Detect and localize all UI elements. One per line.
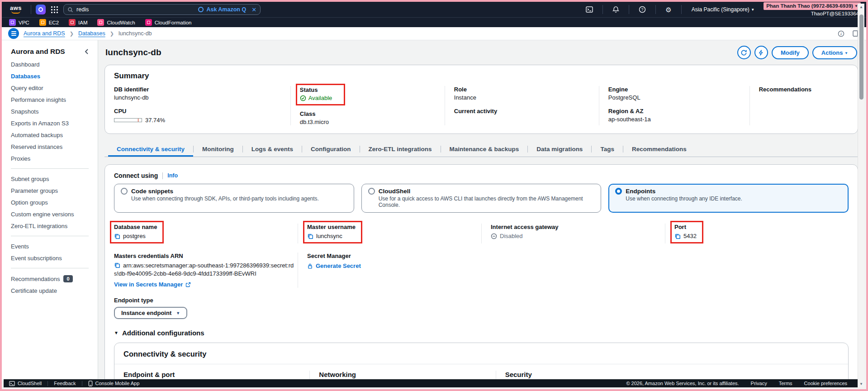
disabled-icon [491, 233, 497, 239]
search-input[interactable]: redis Ask Amazon Q ✕ [63, 4, 261, 15]
sidebar-item-certificate-update[interactable]: Certificate update [2, 285, 98, 296]
copy-icon[interactable] [307, 233, 313, 239]
info-link[interactable]: Info [167, 172, 178, 179]
tab-data-migrations[interactable]: Data migrations [528, 143, 591, 157]
current-activity-label: Current activity [454, 108, 593, 114]
modify-button[interactable]: Modify [772, 46, 809, 59]
divider [681, 5, 682, 14]
region-az-label: Region & AZ [608, 108, 743, 114]
favorite-vpc[interactable]: VPC [9, 19, 29, 26]
sidebar-item-option-groups[interactable]: Option groups [2, 196, 98, 208]
copy-icon[interactable] [114, 262, 120, 268]
amazon-q-mini-icon [198, 7, 204, 12]
favorite-iam[interactable]: IAM [69, 19, 87, 26]
info-icon[interactable]: i [838, 30, 844, 37]
tab-monitoring[interactable]: Monitoring [194, 143, 242, 157]
clear-search-icon[interactable]: ✕ [251, 6, 256, 13]
sidebar-item-custom-engine-versions[interactable]: Custom engine versions [2, 208, 98, 220]
recommendations-count-badge: 0 [63, 275, 72, 282]
endpoint-port-heading: Endpoint & port [123, 371, 309, 378]
notifications-bell-icon[interactable] [607, 6, 624, 13]
sidebar-item-event-subscriptions[interactable]: Event subscriptions [2, 252, 98, 264]
option-code-snippets[interactable]: Code snippets Use when connecting throug… [114, 184, 354, 213]
option-endpoints[interactable]: Endpoints Use when connecting through an… [608, 184, 849, 213]
breadcrumb-separator: ❯ [70, 31, 74, 37]
scrollbar-thumb[interactable] [859, 14, 863, 100]
amazon-q-icon[interactable] [36, 5, 46, 14]
footer-console-mobile-app[interactable]: Console Mobile App [88, 381, 140, 386]
divider [11, 168, 89, 169]
recommendations-label: Recommendations [759, 86, 842, 93]
footer-cloudshell[interactable]: CloudShell [9, 381, 42, 386]
sidebar-item-query-editor[interactable]: Query editor [2, 82, 98, 94]
cloudwatch-icon [97, 19, 104, 26]
breadcrumb-databases[interactable]: Databases [78, 30, 105, 37]
refresh-button[interactable] [737, 46, 751, 59]
generate-secret-link[interactable]: Generate Secret [307, 262, 849, 269]
option-cloudshell[interactable]: CloudShell Use for a quick access to AWS… [361, 184, 602, 213]
sidebar-item-proxies[interactable]: Proxies [2, 153, 98, 164]
collapse-sidebar-icon[interactable] [85, 49, 89, 54]
breadcrumb-aurora-rds[interactable]: Aurora and RDS [24, 30, 65, 37]
tab-connectivity-security[interactable]: Connectivity & security [108, 143, 193, 157]
services-grid-icon[interactable] [51, 6, 58, 13]
sidebar-item-exports-s3[interactable]: Exports in Amazon S3 [2, 117, 98, 129]
sidebar-item-performance-insights[interactable]: Performance insights [2, 94, 98, 105]
settings-gear-icon[interactable]: ⚙ [660, 6, 676, 13]
aws-logo[interactable]: aws [10, 5, 22, 14]
favorite-ec2[interactable]: EC2 [39, 19, 59, 26]
region-selector[interactable]: Asia Pacific (Singapore) ▼ [686, 6, 760, 13]
copy-icon[interactable] [114, 233, 120, 239]
actions-button[interactable]: Actions ▼ [812, 46, 857, 59]
sidebar-item-snapshots[interactable]: Snapshots [2, 105, 98, 117]
sidebar-item-recommendations[interactable]: Recommendations0 [2, 272, 98, 285]
footer-cookie-preferences[interactable]: Cookie preferences [804, 381, 847, 386]
radio-unselected-icon[interactable] [121, 188, 128, 195]
account-menu[interactable]: Phan Thanh Thao (9972-8639-6939) ▼ [764, 2, 861, 10]
tab-maintenance-backups[interactable]: Maintenance & backups [441, 143, 528, 157]
sidebar-item-zero-etl[interactable]: Zero-ETL integrations [2, 220, 98, 232]
tab-recommendations[interactable]: Recommendations [623, 143, 695, 157]
scroll-up-arrow[interactable]: ▲ [858, 5, 864, 9]
mobile-app-icon [88, 381, 93, 386]
hamburger-menu-icon[interactable] [8, 28, 19, 39]
view-in-secrets-manager-link[interactable]: View in Secrets Manager [114, 281, 298, 288]
radio-unselected-icon[interactable] [368, 188, 375, 195]
summary-heading: Summary [114, 72, 849, 81]
sidebar-item-subnet-groups[interactable]: Subnet groups [2, 173, 98, 185]
triangle-down-icon: ▼ [114, 330, 119, 335]
engine-label: Engine [608, 86, 743, 93]
sidebar-item-parameter-groups[interactable]: Parameter groups [2, 185, 98, 196]
instance-actions-bolt-button[interactable] [754, 46, 768, 59]
ask-amazon-q-button[interactable]: Ask Amazon Q ✕ [198, 6, 256, 13]
footer-privacy[interactable]: Privacy [751, 381, 767, 386]
help-icon[interactable]: ? [634, 6, 651, 13]
sidebar-item-events[interactable]: Events [2, 240, 98, 252]
copy-icon[interactable] [674, 233, 681, 239]
sidebar-item-automated-backups[interactable]: Automated backups [2, 129, 98, 141]
tab-logs-events[interactable]: Logs & events [243, 143, 302, 157]
tab-tags[interactable]: Tags [592, 143, 623, 157]
sidebar-item-reserved-instances[interactable]: Reserved instances [2, 141, 98, 153]
svg-text:?: ? [641, 7, 644, 12]
cloudshell-icon[interactable] [581, 6, 598, 13]
sidebar-item-dashboard[interactable]: Dashboard [2, 58, 98, 70]
additional-configurations-toggle[interactable]: ▼ Additional configurations [114, 329, 849, 337]
sidebar-item-databases[interactable]: Databases [2, 70, 98, 82]
nested-card-title: Connectivity & security [123, 350, 839, 358]
divider [602, 5, 603, 14]
favorite-cloudwatch[interactable]: CloudWatch [97, 19, 135, 26]
class-label: Class [300, 110, 438, 117]
tab-zero-etl[interactable]: Zero-ETL integrations [360, 143, 441, 157]
tab-configuration[interactable]: Configuration [302, 143, 359, 157]
status-label: Status [300, 86, 332, 93]
account-username: ThaoPT@SE193364 [811, 10, 861, 17]
scroll-down-arrow[interactable]: ▼ [858, 382, 864, 386]
favorite-cloudformation[interactable]: CloudFormation [145, 19, 192, 26]
vertical-scrollbar[interactable]: ▲ ▼ [858, 4, 864, 387]
masters-credentials-arn-label: Masters credentials ARN [114, 253, 298, 259]
footer-feedback[interactable]: Feedback [54, 381, 76, 386]
radio-selected-icon[interactable] [615, 188, 622, 195]
footer-terms[interactable]: Terms [779, 381, 792, 386]
endpoint-type-dropdown[interactable]: Instance endpoint ▼ [114, 307, 187, 319]
